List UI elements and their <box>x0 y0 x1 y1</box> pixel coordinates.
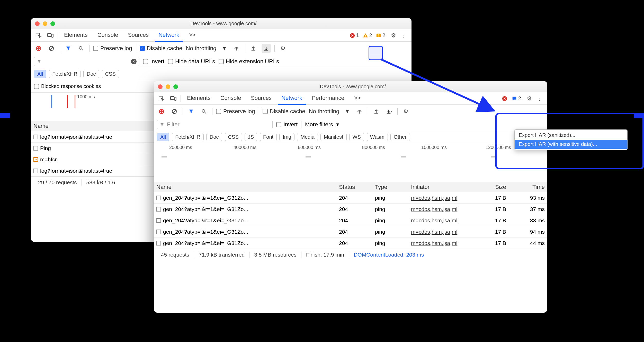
settings-icon[interactable]: ⚙ <box>525 94 534 103</box>
window-maximize-button[interactable] <box>50 21 55 26</box>
disable-cache-checkbox[interactable]: ✓Disable cache <box>140 45 182 52</box>
error-count: 1 <box>356 32 359 38</box>
right-edge-accent <box>634 113 644 118</box>
divider <box>245 45 245 52</box>
preserve-log-checkbox[interactable]: Preserve log <box>216 108 255 115</box>
type-doc[interactable]: Doc <box>206 133 222 141</box>
menu-export-sensitive[interactable]: Export HAR (with sensitive data)... <box>515 140 627 149</box>
type-css[interactable]: CSS <box>102 70 119 78</box>
type-font[interactable]: Font <box>260 133 277 141</box>
filter-icon[interactable] <box>186 107 196 116</box>
svg-point-11 <box>79 46 82 49</box>
col-initiator[interactable]: Initiator <box>408 184 475 190</box>
network-conditions-icon[interactable] <box>355 107 364 116</box>
table-row[interactable]: gen_204?atyp=i&r=1&ei=_G31Zo... 204 ping… <box>154 238 547 249</box>
tab-performance[interactable]: Performance <box>308 92 348 105</box>
throttling-select[interactable]: No throttling▾ <box>309 108 349 115</box>
clear-button[interactable] <box>170 107 179 116</box>
table-row[interactable]: gen_204?atyp=i&r=1&ei=_G31Zo... 204 ping… <box>154 204 547 215</box>
clear-filter-icon[interactable]: ✕ <box>131 59 137 64</box>
col-name[interactable]: Name <box>154 184 336 190</box>
blocked-cookies-checkbox[interactable]: Blocked response cookies <box>34 83 101 89</box>
clear-button[interactable] <box>47 44 56 53</box>
hide-data-urls-checkbox[interactable]: Hide data URLs <box>168 58 215 65</box>
tab-elements[interactable]: Elements <box>60 29 91 42</box>
divider <box>136 45 136 52</box>
titlebar[interactable]: DevTools - www.google.com/ <box>31 18 412 29</box>
col-size[interactable]: Size <box>475 184 509 190</box>
invert-checkbox[interactable]: Invert <box>276 121 298 128</box>
search-icon[interactable] <box>76 44 86 53</box>
issue-badges[interactable]: 2 ⚙ ⋮ <box>502 94 544 103</box>
search-icon[interactable] <box>199 107 209 116</box>
type-wasm[interactable]: Wasm <box>367 133 388 141</box>
tab-elements[interactable]: Elements <box>183 92 214 105</box>
preserve-log-checkbox[interactable]: Preserve log <box>93 45 132 52</box>
filter-input[interactable]: ✕ <box>34 57 139 66</box>
window-minimize-button[interactable] <box>43 21 47 26</box>
issue-badges[interactable]: 1 2 2 ⚙ ⋮ <box>350 31 408 40</box>
settings-icon[interactable]: ⚙ <box>389 31 398 40</box>
col-type[interactable]: Type <box>372 184 408 190</box>
export-har-icon[interactable]: ▾ <box>384 107 394 116</box>
network-settings-icon[interactable]: ⚙ <box>401 107 410 116</box>
type-css[interactable]: CSS <box>225 133 242 141</box>
type-manifest[interactable]: Manifest <box>320 133 347 141</box>
filter-input[interactable]: Filter <box>157 120 273 129</box>
more-menu-icon[interactable]: ⋮ <box>399 31 408 40</box>
column-headers[interactable]: Name Status Type Initiator Size Time <box>154 182 547 192</box>
type-ws[interactable]: WS <box>349 133 364 141</box>
tab-more[interactable]: >> <box>351 92 364 105</box>
throttling-select[interactable]: No throttling▾ <box>186 45 226 52</box>
window-close-button[interactable] <box>35 21 40 26</box>
type-fetch[interactable]: Fetch/XHR <box>172 133 204 141</box>
tab-network[interactable]: Network <box>155 29 183 42</box>
type-img[interactable]: Img <box>279 133 294 141</box>
import-har-icon[interactable] <box>249 44 258 53</box>
divider <box>301 121 301 128</box>
titlebar[interactable]: DevTools - www.google.com/ <box>154 81 547 92</box>
tab-sources[interactable]: Sources <box>124 29 152 42</box>
menu-export-sanitized[interactable]: Export HAR (sanitized)... <box>515 131 627 140</box>
type-doc[interactable]: Doc <box>83 70 99 78</box>
issue-icon <box>376 33 381 38</box>
invert-checkbox[interactable]: Invert <box>143 58 164 65</box>
filter-icon[interactable] <box>64 44 73 53</box>
type-all[interactable]: All <box>34 70 46 78</box>
tab-sources[interactable]: Sources <box>247 92 275 105</box>
record-button[interactable] <box>157 107 166 116</box>
export-har-icon[interactable] <box>262 44 271 53</box>
tab-console[interactable]: Console <box>94 29 122 42</box>
import-har-icon[interactable] <box>372 107 381 116</box>
left-edge-accent <box>0 113 10 118</box>
device-toggle-icon[interactable] <box>169 94 178 103</box>
window-minimize-button[interactable] <box>166 84 170 89</box>
status-requests: 29 / 70 requests <box>33 179 82 186</box>
table-row[interactable]: gen_204?atyp=i&r=1&ei=_G31Zo... 204 ping… <box>154 226 547 238</box>
tab-more[interactable]: >> <box>185 29 199 42</box>
tab-console[interactable]: Console <box>217 92 245 105</box>
inspect-icon[interactable] <box>34 31 43 40</box>
col-time[interactable]: Time <box>509 184 547 190</box>
window-maximize-button[interactable] <box>173 84 178 89</box>
type-other[interactable]: Other <box>390 133 410 141</box>
network-settings-icon[interactable]: ⚙ <box>278 44 288 53</box>
device-toggle-icon[interactable] <box>46 31 55 40</box>
record-button[interactable] <box>34 44 43 53</box>
col-status[interactable]: Status <box>336 184 372 190</box>
type-js[interactable]: JS <box>245 133 257 141</box>
table-row[interactable]: gen_204?atyp=i&r=1&ei=_G31Zo... 204 ping… <box>154 192 547 204</box>
type-media[interactable]: Media <box>297 133 318 141</box>
table-row[interactable]: gen_204?atyp=i&r=1&ei=_G31Zo... 204 ping… <box>154 215 547 226</box>
network-conditions-icon[interactable] <box>232 44 241 53</box>
type-fetch[interactable]: Fetch/XHR <box>49 70 81 78</box>
tab-network[interactable]: Network <box>278 92 306 105</box>
window-close-button[interactable] <box>158 84 163 89</box>
more-filters-dropdown[interactable]: More filters▾ <box>305 121 339 128</box>
more-menu-icon[interactable]: ⋮ <box>535 94 544 103</box>
type-all[interactable]: All <box>157 133 169 141</box>
disable-cache-checkbox[interactable]: Disable cache <box>263 108 305 115</box>
timeline-overview[interactable]: 200000 ms 400000 ms 600000 ms 800000 ms … <box>154 143 547 182</box>
hide-extension-urls-checkbox[interactable]: Hide extension URLs <box>219 58 279 65</box>
inspect-icon[interactable] <box>157 94 166 103</box>
